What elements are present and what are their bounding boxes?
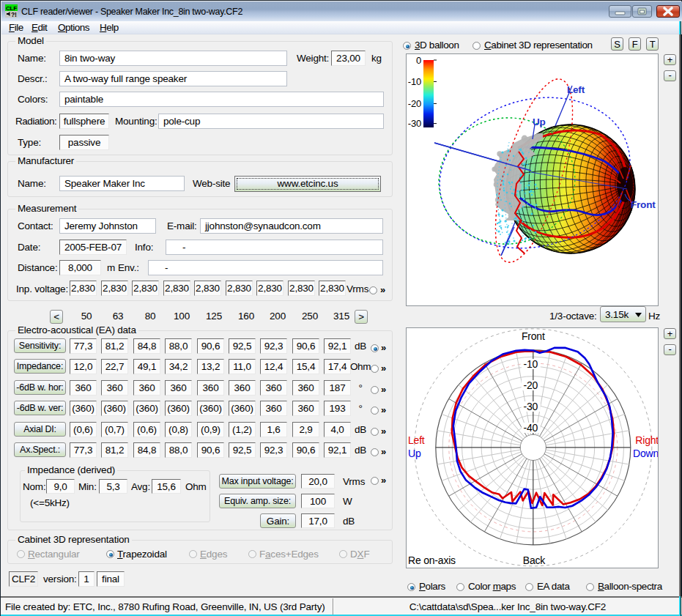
svg-text:Down: Down — [633, 448, 659, 459]
svg-text:Left: Left — [408, 434, 425, 446]
svg-text:Up: Up — [533, 116, 546, 127]
svg-text:-20: -20 — [523, 379, 538, 391]
svg-text:-20: -20 — [408, 98, 421, 109]
svg-text:Front: Front — [631, 199, 656, 210]
svg-text:?!: ?! — [11, 11, 17, 18]
svg-text:Re on-axis: Re on-axis — [408, 554, 456, 566]
svg-text:Front: Front — [522, 330, 545, 342]
svg-text:-30: -30 — [408, 118, 421, 129]
svg-text:Right: Right — [635, 434, 659, 446]
svg-text:0: 0 — [416, 55, 421, 66]
svg-text:Back: Back — [523, 554, 546, 566]
svg-text:Left: Left — [567, 84, 585, 95]
svg-text:-40: -40 — [523, 422, 538, 434]
svg-text:-10: -10 — [408, 76, 421, 87]
svg-text:Up: Up — [408, 448, 421, 459]
svg-text:-30: -30 — [523, 401, 538, 412]
svg-text:-10: -10 — [523, 358, 538, 370]
